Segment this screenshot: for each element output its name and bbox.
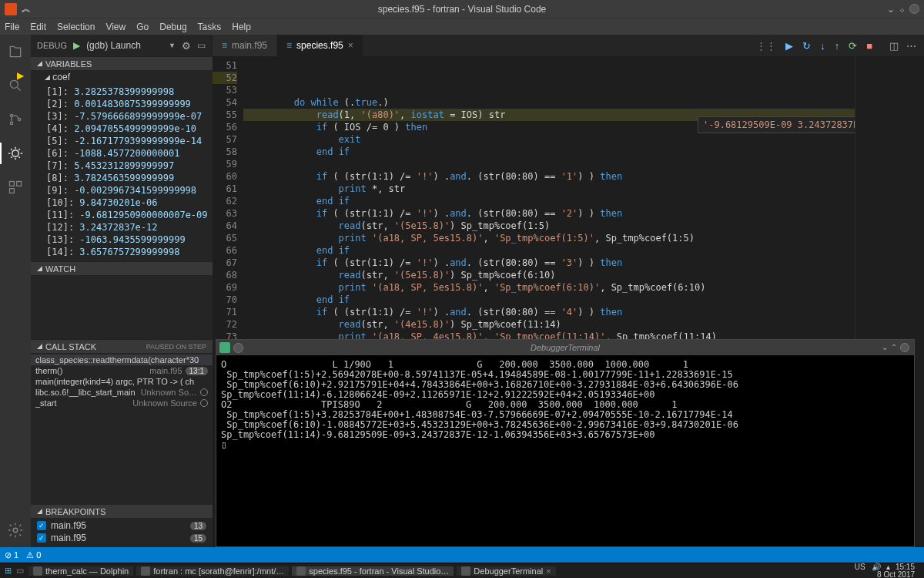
chevron-icon: ︽	[22, 2, 31, 15]
activity-bar	[0, 35, 31, 547]
dropdown-chevron-icon[interactable]: ▼	[169, 42, 176, 49]
variable-item[interactable]: [10]: 9.84730201e-06	[46, 197, 213, 209]
current-marker-icon: ▶	[17, 70, 24, 81]
show-desktop-icon[interactable]: ▭	[16, 566, 24, 576]
callstack-list: class_species::readthermdata(character*3…	[31, 353, 213, 412]
svg-point-8	[13, 528, 18, 533]
variable-item[interactable]: [11]: -9.6812950900000007e-09	[46, 209, 213, 221]
variable-item[interactable]: [2]: 0.0014830875399999999	[46, 98, 213, 110]
close-icon[interactable]: ×	[546, 566, 551, 576]
stop-icon[interactable]: ■	[866, 40, 872, 52]
debugger-terminal-window: DebuggerTerminal ⌄ ⌃ O L 1/90O 1 G 200.0…	[216, 339, 915, 547]
window-titlebar: ︽ species.f95 - fortran - Visual Studio …	[0, 0, 924, 18]
git-icon[interactable]	[6, 110, 25, 129]
checkbox-icon[interactable]: ✓	[37, 533, 46, 543]
watch-header[interactable]: ◢WATCH	[31, 261, 213, 275]
variable-item[interactable]: [9]: -0.0029967341599999998	[46, 184, 213, 197]
variable-root[interactable]: coef	[52, 72, 70, 82]
variable-item[interactable]: [12]: 3.24372837e-12	[46, 221, 213, 234]
clock[interactable]: US 🔊 ▴ 15:15 8 Oct 2017	[850, 563, 919, 579]
callstack-frame[interactable]: therm()main.f9513:1	[31, 365, 213, 376]
svg-point-1	[10, 114, 12, 116]
variable-item[interactable]: [14]: 3.6576757299999998	[46, 246, 213, 258]
svg-point-4	[12, 150, 18, 156]
breakpoint-item[interactable]: ✓main.f9513	[35, 519, 213, 532]
terminal-badge-icon	[233, 343, 243, 353]
debug-toolbar: ⋮⋮ ▶ ↻ ↓ ↑ ⟳ ■	[747, 35, 882, 56]
variable-item[interactable]: [1]: 3.2825378399999998	[46, 86, 213, 98]
taskbar-item[interactable]: DebuggerTerminal ×	[457, 566, 555, 576]
terminal-min-icon[interactable]: ⌄	[882, 343, 888, 352]
variable-item[interactable]: [3]: -7.5796666899999999e-07	[46, 110, 213, 123]
menu-help[interactable]: Help	[232, 22, 251, 32]
variable-item[interactable]: [7]: 5.4532312899999997	[46, 160, 213, 172]
menu-file[interactable]: File	[5, 22, 19, 32]
terminal-app-icon	[219, 342, 230, 353]
step-over-icon[interactable]: ↻	[802, 40, 811, 52]
debug-label: DEBUG	[37, 41, 67, 50]
explorer-icon[interactable]	[6, 42, 25, 61]
close-icon[interactable]	[909, 4, 919, 14]
status-bar: ⊘ 1 ⚠ 0	[0, 547, 924, 563]
extensions-icon[interactable]	[6, 178, 25, 197]
menu-edit[interactable]: Edit	[30, 22, 46, 32]
continue-icon[interactable]: ▶	[785, 40, 793, 52]
callstack-frame[interactable]: libc.so.6!__libc_start_mainUnknown So…	[31, 387, 213, 398]
callstack-frame[interactable]: _startUnknown Source	[31, 398, 213, 408]
settings-gear-icon[interactable]	[6, 521, 25, 539]
variables-header[interactable]: ◢VARIABLES	[31, 56, 213, 70]
split-editor-icon[interactable]: ◫	[889, 40, 899, 52]
variable-item[interactable]: [4]: 2.0947055499999999e-10	[46, 123, 213, 135]
debug-icon[interactable]	[6, 144, 25, 163]
taskbar-item[interactable]: fortran : mc [sorath@fenrir]:/mnt/…	[136, 566, 289, 576]
debug-sidebar: DEBUG ▶ (gdb) Launch ▼ ⚙ ▭ ◢VARIABLES ▶ …	[31, 35, 213, 547]
os-taskbar: ⊞ ▭ therm_calc — Dolphinfortran : mc [so…	[0, 563, 924, 578]
variable-item[interactable]: [13]: -1063.9435599999999	[46, 234, 213, 246]
hover-tooltip: '-9.68129509E-09 3.24372837E-12-1.063943…	[698, 116, 855, 133]
variable-item[interactable]: [5]: -2.1671779399999999e-14	[46, 135, 213, 147]
status-warnings[interactable]: ⚠ 0	[26, 550, 41, 560]
callstack-frame[interactable]: class_species::readthermdata(character*3…	[31, 355, 213, 365]
menu-view[interactable]: View	[105, 22, 126, 32]
lang-indicator[interactable]: US	[855, 563, 865, 571]
callstack-frame[interactable]: main(integer(kind=4) argc, PTR TO -> ( c…	[31, 376, 213, 387]
editor-tab[interactable]: ≡main.f95	[213, 35, 277, 56]
variable-item[interactable]: [8]: 3.7824563599999999	[46, 172, 213, 184]
more-actions-icon[interactable]: ⋯	[906, 40, 916, 52]
step-into-icon[interactable]: ↓	[820, 40, 825, 52]
menubar: FileEditSelectionViewGoDebugTasksHelp	[0, 18, 924, 35]
start-debug-icon[interactable]: ▶	[73, 40, 80, 51]
breakpoint-item[interactable]: ✓main.f9515	[35, 532, 213, 544]
launch-config-select[interactable]: (gdb) Launch	[86, 40, 162, 51]
restart-icon[interactable]: ⟳	[849, 40, 857, 52]
close-tab-icon[interactable]: ×	[348, 40, 353, 51]
svg-point-2	[10, 122, 12, 124]
svg-rect-7	[10, 189, 15, 193]
svg-rect-6	[17, 182, 22, 187]
menu-go[interactable]: Go	[136, 22, 149, 32]
callstack-header[interactable]: ◢CALL STACKPAUSED ON STEP	[31, 339, 213, 353]
taskbar-item[interactable]: species.f95 - fortran - Visual Studio…	[292, 566, 454, 576]
svg-point-3	[18, 118, 20, 120]
debug-config-row: DEBUG ▶ (gdb) Launch ▼ ⚙ ▭	[31, 35, 213, 56]
drag-handle-icon[interactable]: ⋮⋮	[756, 40, 776, 52]
checkbox-icon[interactable]: ✓	[37, 521, 46, 530]
menu-tasks[interactable]: Tasks	[198, 22, 222, 32]
variable-item[interactable]: [6]: -1088.4577200000001	[46, 147, 213, 160]
status-errors[interactable]: ⊘ 1	[5, 550, 18, 560]
terminal-max-icon[interactable]: ⌃	[891, 343, 897, 352]
editor-tab[interactable]: ≡species.f95×	[277, 35, 363, 56]
breakpoints-header[interactable]: ◢BREAKPOINTS	[31, 504, 213, 518]
step-out-icon[interactable]: ↑	[835, 40, 840, 52]
minimize-icon[interactable]: ⌄	[887, 4, 895, 15]
window-title: species.f95 - fortran - Visual Studio Co…	[378, 4, 547, 15]
terminal-close-icon[interactable]	[900, 343, 909, 352]
terminal-output[interactable]: O L 1/90O 1 G 200.000 3500.000 1000.000 …	[216, 355, 914, 546]
debug-console-icon[interactable]: ▭	[197, 40, 206, 51]
app-launcher-icon[interactable]: ⊞	[5, 566, 12, 576]
taskbar-item[interactable]: therm_calc — Dolphin	[28, 566, 133, 576]
config-gear-icon[interactable]: ⚙	[182, 40, 191, 52]
maximize-icon[interactable]: ⬦	[899, 4, 905, 15]
menu-debug[interactable]: Debug	[159, 22, 186, 32]
menu-selection[interactable]: Selection	[57, 22, 95, 32]
